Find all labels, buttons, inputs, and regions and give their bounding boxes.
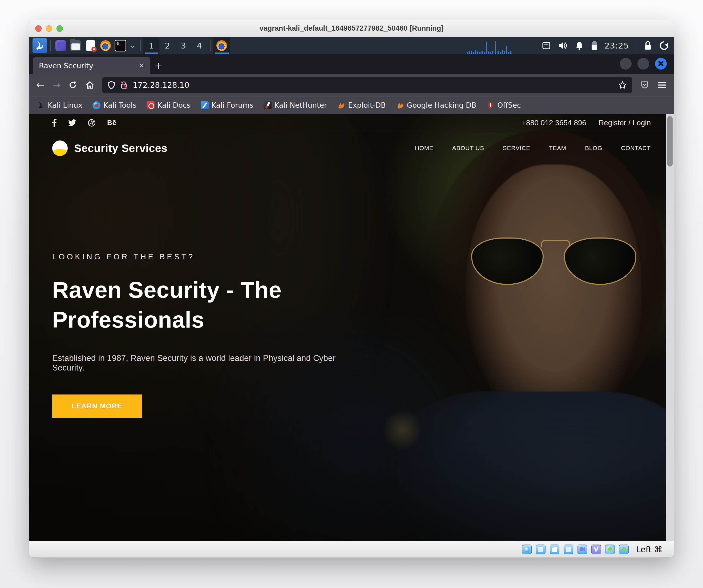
optical-drives-icon[interactable] (536, 544, 546, 554)
nav-about-us[interactable]: ABOUT US (452, 145, 484, 152)
register-login-link[interactable]: Register / Login (599, 119, 651, 127)
insecure-lock-icon[interactable] (120, 80, 128, 89)
twitter-icon[interactable] (68, 120, 76, 126)
bookmark-kali-linux[interactable]: Kali Linux (37, 101, 82, 109)
text-editor-icon (86, 40, 95, 51)
vbox-statusbar: Left ⌘ (29, 541, 674, 557)
display-tray-icon[interactable] (542, 41, 551, 50)
launcher-dropdown-caret[interactable]: ⌄ (128, 37, 138, 54)
keyboard-capture-icon[interactable] (619, 544, 629, 554)
file-manager-icon (70, 40, 81, 51)
minimize-button[interactable] (620, 58, 632, 70)
bookmark-kali-forums[interactable]: Kali Forums (201, 101, 253, 109)
terminal-icon (114, 40, 126, 52)
phone-number: +880 012 3654 896 (522, 119, 586, 127)
display-status-icon[interactable] (564, 544, 573, 554)
firefox-icon (216, 40, 227, 51)
workspace-3[interactable]: 3 (175, 37, 191, 54)
kali-panel: ⌄ 1 2 3 4 (29, 37, 674, 54)
back-button[interactable]: ← (36, 80, 44, 90)
vm-title: vagrant-kali_default_1649657277982_50460… (259, 24, 444, 32)
pocket-icon[interactable] (640, 80, 649, 89)
bookmark-star-icon[interactable] (618, 81, 627, 89)
reload-button[interactable] (68, 80, 77, 89)
bookmark-kali-docs[interactable]: Kali Docs (147, 101, 190, 109)
launcher-file-manager[interactable] (68, 37, 83, 54)
home-button[interactable] (85, 80, 94, 89)
lock-screen-icon[interactable] (643, 41, 652, 51)
panel-clock[interactable]: 23:25 (605, 41, 629, 50)
applications-menu-button[interactable] (32, 38, 47, 53)
minimize-window-button[interactable] (46, 25, 52, 32)
site-topbar: Bē +880 012 3654 896 Register / Login (29, 114, 674, 132)
recording-icon[interactable] (577, 544, 587, 554)
panel-separator (636, 41, 636, 51)
host-key-label: Left ⌘ (636, 544, 662, 554)
nav-blog[interactable]: BLOG (585, 145, 602, 152)
close-window-button[interactable] (35, 25, 42, 32)
hero-section: LOOKING FOR THE BEST? Raven Security - T… (52, 252, 367, 418)
features-chip-icon[interactable] (591, 544, 601, 554)
hero-title: Raven Security - The Professionals (52, 275, 367, 335)
bookmark-exploit-db[interactable]: Exploit-DB (337, 101, 386, 109)
site-logo-icon[interactable] (52, 140, 68, 156)
tab-close-button[interactable]: ✕ (139, 62, 144, 70)
firefox-window-buttons (620, 58, 667, 70)
window-controls (35, 20, 63, 37)
bookmarks-toolbar: Kali Linux Kali Tools Kali Docs Kali For… (29, 96, 674, 114)
panel-separator (50, 40, 51, 51)
firefox-icon (100, 40, 111, 51)
launcher-text-editor[interactable] (83, 37, 98, 54)
hero-description: Established in 1987, Raven Security is a… (52, 354, 367, 373)
firefox-toolbar: ← → 172.28.128.10 (29, 74, 674, 96)
bookmark-google-hacking-db[interactable]: Google Hacking DB (396, 101, 476, 109)
scrollbar-thumb[interactable] (667, 116, 673, 167)
close-button[interactable] (655, 58, 667, 70)
menu-hamburger-icon[interactable] (657, 81, 667, 89)
cpu-graph[interactable] (466, 39, 535, 54)
address-bar[interactable]: 172.28.128.10 (102, 77, 632, 93)
virtualbox-vm-window: vagrant-kali_default_1649657277982_50460… (29, 20, 674, 557)
vm-titlebar: vagrant-kali_default_1649657277982_50460… (29, 20, 674, 37)
new-tab-button[interactable]: + (150, 57, 166, 74)
kali-nethunter-icon (263, 101, 271, 109)
behance-icon[interactable]: Bē (107, 119, 116, 127)
facebook-icon[interactable] (52, 119, 57, 127)
kali-dragon-icon (35, 40, 45, 51)
battery-icon[interactable] (591, 41, 598, 50)
bookmark-offsec[interactable]: OffSec (486, 101, 521, 109)
hard-disks-icon[interactable] (522, 544, 532, 554)
display-settings-icon (56, 40, 66, 51)
mouse-integration-icon[interactable] (605, 544, 615, 554)
site-brand[interactable]: Security Services (74, 142, 167, 155)
volume-icon[interactable] (558, 41, 568, 50)
browser-tab[interactable]: Raven Security ✕ (33, 57, 150, 74)
launcher-firefox[interactable] (98, 37, 113, 54)
learn-more-button[interactable]: LEARN MORE (52, 394, 142, 418)
workspace-2[interactable]: 2 (159, 37, 175, 54)
nav-home[interactable]: HOME (415, 145, 434, 152)
maximize-button[interactable] (637, 58, 649, 70)
notifications-bell-icon[interactable] (575, 41, 584, 50)
workspace-4[interactable]: 4 (191, 37, 207, 54)
bookmark-kali-tools[interactable]: Kali Tools (92, 101, 137, 109)
tab-title: Raven Security (39, 62, 93, 70)
forward-button[interactable]: → (52, 80, 60, 90)
dribbble-icon[interactable] (88, 119, 95, 127)
tracking-shield-icon[interactable] (108, 81, 115, 89)
taskbar-firefox-window[interactable] (213, 37, 230, 54)
google-hacking-db-icon (396, 101, 404, 109)
launcher-display-settings[interactable] (53, 37, 68, 54)
nav-service[interactable]: SERVICE (503, 145, 530, 152)
launcher-terminal[interactable] (113, 37, 128, 54)
bookmark-kali-nethunter[interactable]: Kali NetHunter (263, 101, 327, 109)
log-out-icon[interactable] (659, 41, 669, 50)
zoom-window-button[interactable] (57, 25, 63, 32)
nav-team[interactable]: TEAM (549, 145, 566, 152)
nav-contact[interactable]: CONTACT (621, 145, 651, 152)
shared-folders-icon[interactable] (550, 544, 559, 554)
workspace-1[interactable]: 1 (143, 37, 159, 54)
kali-docs-icon (147, 101, 155, 109)
page-scrollbar[interactable] (666, 114, 674, 541)
firefox-tabbar: Raven Security ✕ + (29, 54, 674, 74)
